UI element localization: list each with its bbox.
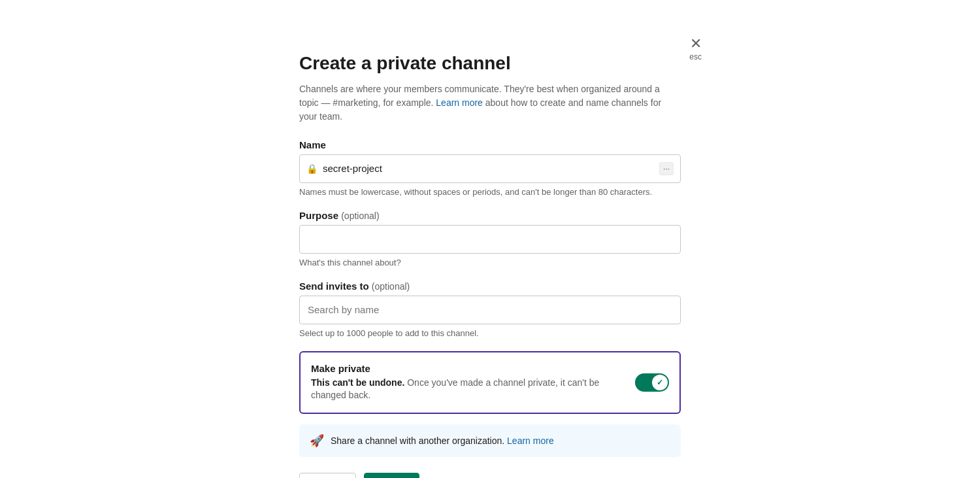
close-button[interactable]: ✕ esc — [689, 37, 702, 61]
share-channel-learn-more-link[interactable]: Learn more — [507, 435, 554, 446]
send-invites-form-group: Send invites to (optional) Select up to … — [299, 281, 681, 338]
name-input-wrapper: 🔒 ··· — [299, 154, 681, 183]
close-icon: ✕ — [690, 37, 702, 51]
purpose-form-group: Purpose (optional) What's this channel a… — [299, 210, 681, 267]
close-label: esc — [689, 52, 702, 61]
learn-more-link-description[interactable]: Learn more — [436, 97, 483, 108]
make-private-desc-bold: This can't be undone. — [311, 377, 404, 388]
toggle-knob: ✓ — [652, 375, 668, 390]
modal-overlay: ✕ esc Create a private channel Channels … — [0, 0, 980, 478]
toggle-check-icon: ✓ — [657, 378, 663, 387]
search-input[interactable] — [299, 296, 681, 324]
name-label: Name — [299, 139, 681, 150]
cancel-button[interactable]: Cancel — [299, 473, 356, 478]
share-channel-box: 🚀 Share a channel with another organizat… — [299, 424, 681, 457]
purpose-input[interactable] — [299, 225, 681, 254]
modal-title: Create a private channel — [299, 52, 681, 75]
purpose-label: Purpose (optional) — [299, 210, 681, 221]
make-private-box: Make private This can't be undone. Once … — [299, 351, 681, 414]
create-button[interactable]: Create — [364, 473, 419, 478]
purpose-hint: What's this channel about? — [299, 258, 681, 267]
rocket-icon: 🚀 — [310, 434, 324, 448]
char-counter: ··· — [659, 162, 674, 175]
make-private-toggle[interactable]: ✓ — [635, 373, 669, 392]
lock-icon: 🔒 — [306, 163, 318, 174]
modal-description: Channels are where your members communic… — [299, 82, 681, 124]
create-channel-modal: ✕ esc Create a private channel Channels … — [268, 26, 712, 478]
name-input[interactable] — [323, 163, 654, 174]
purpose-optional-label: (optional) — [341, 211, 379, 221]
make-private-text: Make private This can't be undone. Once … — [311, 363, 625, 402]
name-hint: Names must be lowercase, without spaces … — [299, 187, 681, 197]
send-invites-hint: Select up to 1000 people to add to this … — [299, 328, 681, 338]
send-invites-label: Send invites to (optional) — [299, 281, 681, 292]
share-channel-text: Share a channel with another organizatio… — [331, 435, 554, 446]
form-actions: Cancel Create — [299, 473, 681, 478]
name-form-group: Name 🔒 ··· Names must be lowercase, with… — [299, 139, 681, 197]
make-private-label: Make private — [311, 363, 625, 374]
send-invites-optional-label: (optional) — [372, 281, 410, 292]
make-private-desc: This can't be undone. Once you've made a… — [311, 377, 625, 402]
